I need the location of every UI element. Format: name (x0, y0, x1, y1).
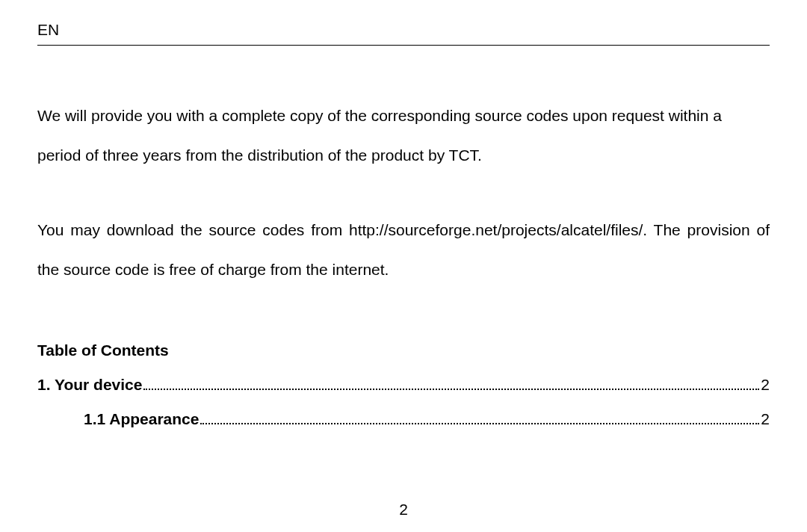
header-rule (37, 45, 770, 46)
toc-entry-page: 2 (761, 376, 770, 394)
paragraph-2: You may download the source codes from h… (37, 211, 770, 289)
toc-title: Table of Contents (37, 341, 770, 359)
toc-entry-label: 1. Your device (37, 376, 142, 394)
language-label: EN (37, 21, 770, 39)
toc-dots (200, 423, 759, 424)
paragraph-1: We will provide you with a complete copy… (37, 96, 770, 175)
page-number: 2 (0, 501, 807, 519)
toc-entry-1-1: 1.1 Appearance 2 (37, 410, 770, 428)
toc-dots (143, 389, 759, 390)
toc-entry-label: 1.1 Appearance (84, 410, 199, 428)
toc-entry-1: 1. Your device 2 (37, 376, 770, 394)
toc-entry-page: 2 (761, 410, 770, 428)
